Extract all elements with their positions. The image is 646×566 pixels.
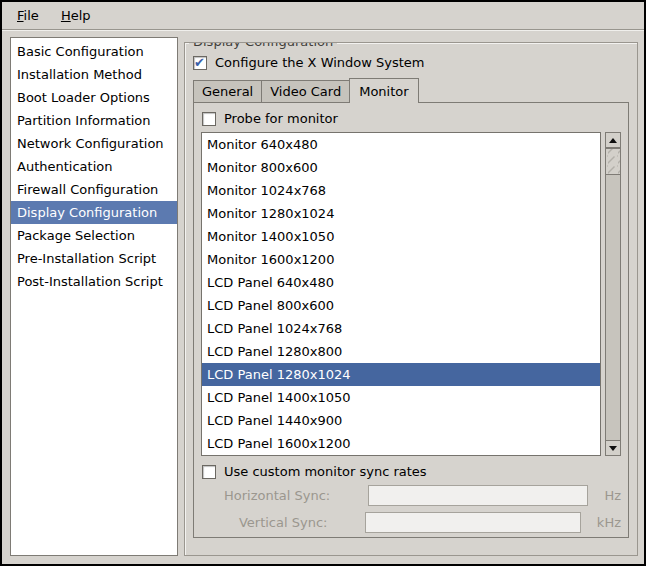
horizontal-sync-input[interactable]: [368, 485, 588, 506]
menubar: File Help: [2, 2, 644, 30]
configure-x-label: Configure the X Window System: [215, 55, 425, 70]
sidebar-item-pre-installation-script[interactable]: Pre-Installation Script: [11, 247, 177, 270]
tab-bar: General Video Card Monitor: [193, 78, 629, 102]
scrollbar-down-button[interactable]: [605, 440, 621, 456]
monitor-list-item[interactable]: LCD Panel 640x480: [202, 271, 600, 294]
monitor-list-item[interactable]: Monitor 1400x1050: [202, 225, 600, 248]
configure-x-checkbox-row[interactable]: Configure the X Window System: [193, 55, 629, 70]
monitor-list-item[interactable]: LCD Panel 800x600: [202, 294, 600, 317]
down-arrow-icon: [609, 446, 617, 451]
monitor-list-item[interactable]: LCD Panel 1280x800: [202, 340, 600, 363]
monitor-list: Monitor 640x480 Monitor 800x600 Monitor …: [201, 132, 601, 456]
sidebar-item-package-selection[interactable]: Package Selection: [11, 224, 177, 247]
monitor-list-item[interactable]: LCD Panel 1600x1200: [202, 432, 600, 455]
horizontal-sync-row: Horizontal Sync: Hz: [201, 485, 621, 506]
monitor-list-item[interactable]: LCD Panel 1400x1050: [202, 386, 600, 409]
sidebar-section-list: Basic Configuration Installation Method …: [10, 37, 178, 556]
tab-video-card[interactable]: Video Card: [261, 80, 350, 102]
sidebar-item-display-configuration[interactable]: Display Configuration: [11, 201, 177, 224]
kickstart-configurator-window: File Help Basic Configuration Installati…: [0, 0, 646, 566]
custom-sync-label: Use custom monitor sync rates: [224, 464, 427, 479]
vertical-sync-row: Vertical Sync: kHz: [201, 512, 621, 533]
monitor-list-item[interactable]: Monitor 1600x1200: [202, 248, 600, 271]
scrollbar-up-button[interactable]: [605, 132, 621, 148]
vertical-sync-input[interactable]: [365, 512, 580, 533]
horizontal-sync-unit: Hz: [604, 488, 621, 503]
monitor-list-item[interactable]: LCD Panel 1024x768: [202, 317, 600, 340]
menu-help[interactable]: Help: [52, 2, 100, 29]
tab-general[interactable]: General: [193, 80, 262, 102]
scrollbar-thumb[interactable]: [605, 148, 621, 175]
vertical-sync-unit: kHz: [597, 515, 621, 530]
horizontal-sync-label: Horizontal Sync:: [201, 488, 330, 503]
monitor-list-item[interactable]: LCD Panel 1440x900: [202, 409, 600, 432]
probe-monitor-checkbox[interactable]: [202, 112, 216, 126]
monitor-list-item[interactable]: Monitor 1280x1024: [202, 202, 600, 225]
sidebar-item-network-configuration[interactable]: Network Configuration: [11, 132, 177, 155]
custom-sync-checkbox-row[interactable]: Use custom monitor sync rates: [202, 464, 621, 479]
tab-monitor[interactable]: Monitor: [349, 78, 418, 103]
probe-monitor-label: Probe for monitor: [224, 111, 338, 126]
monitor-list-item[interactable]: Monitor 1024x768: [202, 179, 600, 202]
up-arrow-icon: [609, 138, 617, 143]
sidebar-item-basic-configuration[interactable]: Basic Configuration: [11, 40, 177, 63]
sidebar-item-installation-method[interactable]: Installation Method: [11, 63, 177, 86]
monitor-list-scrollbar[interactable]: [605, 132, 621, 456]
monitor-list-area: Monitor 640x480 Monitor 800x600 Monitor …: [201, 132, 621, 456]
frame-title: Display Configuration: [189, 42, 337, 49]
scrollbar-track[interactable]: [605, 148, 621, 440]
vertical-sync-label: Vertical Sync:: [201, 515, 327, 530]
monitor-tab-panel: Probe for monitor Monitor 640x480 Monito…: [193, 102, 629, 538]
monitor-list-item-selected[interactable]: LCD Panel 1280x1024: [202, 363, 600, 386]
probe-monitor-checkbox-row[interactable]: Probe for monitor: [202, 111, 621, 126]
sidebar-item-partition-information[interactable]: Partition Information: [11, 109, 177, 132]
display-notebook: General Video Card Monitor Probe for mon…: [193, 78, 629, 538]
display-configuration-frame: Display Configuration Configure the X Wi…: [184, 42, 638, 556]
configure-x-checkbox[interactable]: [193, 56, 207, 70]
main-content: Basic Configuration Installation Method …: [2, 30, 644, 564]
sidebar-item-authentication[interactable]: Authentication: [11, 155, 177, 178]
sidebar-item-post-installation-script[interactable]: Post-Installation Script: [11, 270, 177, 293]
sidebar-item-firewall-configuration[interactable]: Firewall Configuration: [11, 178, 177, 201]
sidebar-item-boot-loader-options[interactable]: Boot Loader Options: [11, 86, 177, 109]
monitor-list-item[interactable]: Monitor 800x600: [202, 156, 600, 179]
custom-sync-checkbox[interactable]: [202, 465, 216, 479]
monitor-list-item[interactable]: Monitor 640x480: [202, 133, 600, 156]
menu-file[interactable]: File: [8, 2, 48, 29]
